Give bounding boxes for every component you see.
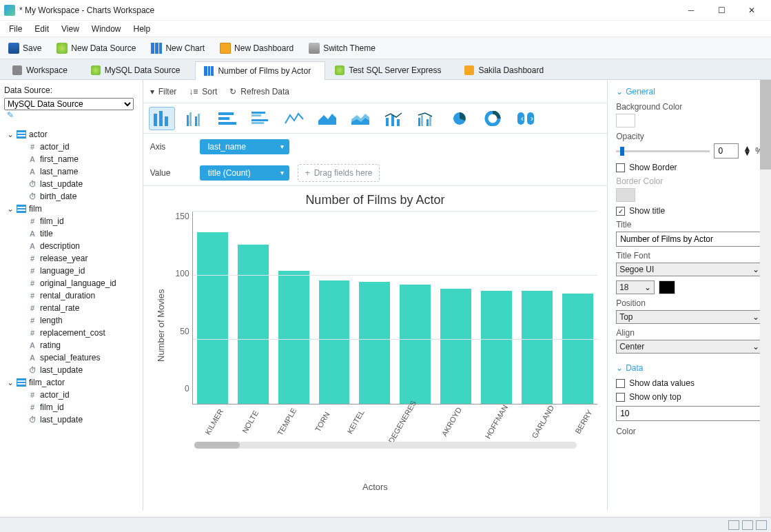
new-data-source-button[interactable]: New Data Source xyxy=(51,41,141,56)
bar[interactable] xyxy=(359,282,390,404)
show-title-checkbox[interactable]: ✓Show title xyxy=(616,206,763,216)
chart-type-bar[interactable] xyxy=(149,107,175,130)
value-field-pill[interactable]: title (Count) xyxy=(200,165,289,181)
data-source-select[interactable]: MySQL Data Source xyxy=(4,98,134,110)
tab-sakila-dashboard[interactable]: Sakila Dashboard xyxy=(456,61,557,79)
minimize-button[interactable]: ─ xyxy=(676,1,706,20)
bar[interactable] xyxy=(278,271,309,404)
bgcolor-swatch[interactable] xyxy=(616,114,635,127)
tree-column[interactable]: #language_id xyxy=(4,265,138,277)
chart-type-hbar-grouped[interactable] xyxy=(248,107,274,130)
layout-icon-3[interactable] xyxy=(756,520,767,530)
tree-column[interactable]: #release_year xyxy=(4,252,138,265)
tree-table-film[interactable]: ⌄film xyxy=(4,203,138,215)
align-select[interactable]: Center⌄ xyxy=(616,340,763,354)
opacity-stepper[interactable]: ▲▼ xyxy=(743,146,751,156)
tree-column[interactable]: #replacement_cost xyxy=(4,327,138,339)
chart-type-hbar[interactable] xyxy=(215,107,241,130)
edit-data-source-icon[interactable]: ✎ xyxy=(7,110,18,121)
tree-column[interactable]: #film_id xyxy=(4,401,138,413)
title-color-swatch[interactable] xyxy=(659,280,675,294)
menu-window[interactable]: Window xyxy=(85,22,127,36)
tree-column[interactable]: ⏱last_update xyxy=(4,413,138,426)
svg-rect-23 xyxy=(429,116,431,126)
properties-panel: ⌄General Background Color Opacity ▲▼ % S… xyxy=(608,80,771,511)
tree-column[interactable]: #actor_id xyxy=(4,389,138,401)
opacity-input[interactable] xyxy=(714,143,739,158)
bar[interactable] xyxy=(440,289,471,404)
switch-theme-button[interactable]: Switch Theme xyxy=(303,41,381,56)
chart-type-combo[interactable] xyxy=(380,107,407,130)
tree-column[interactable]: #rental_duration xyxy=(4,289,138,302)
title-font-select[interactable]: Segoe UI⌄ xyxy=(616,263,763,276)
tree-column[interactable]: Atitle xyxy=(4,227,138,240)
title-size-select[interactable]: 18⌄ xyxy=(616,280,655,294)
sort-button[interactable]: ↓≡Sort xyxy=(189,87,217,96)
x-label: DEGENERES xyxy=(387,399,418,444)
chart-type-donut[interactable] xyxy=(480,107,506,130)
menu-edit[interactable]: Edit xyxy=(28,22,55,36)
bar[interactable] xyxy=(522,291,553,404)
bar[interactable] xyxy=(400,285,431,404)
chart-type-gauge[interactable]: ‹› xyxy=(513,107,539,130)
bar[interactable] xyxy=(562,294,593,404)
menu-help[interactable]: Help xyxy=(127,22,157,36)
chart-type-area-stacked[interactable] xyxy=(347,107,373,130)
tree-column[interactable]: Alast_name xyxy=(4,165,138,178)
bar[interactable] xyxy=(319,280,350,404)
layout-icon-2[interactable] xyxy=(742,520,753,530)
table-icon xyxy=(17,130,26,139)
opacity-slider[interactable]: ▲▼ % xyxy=(616,143,763,158)
chart-horiz-scrollbar[interactable] xyxy=(194,442,577,449)
show-border-checkbox[interactable]: Show Border xyxy=(616,163,763,172)
axis-field-pill[interactable]: last_name xyxy=(200,139,289,154)
tab-mysql-data-source[interactable]: MySQL Data Source xyxy=(83,61,194,79)
main-vertical-scrollbar[interactable] xyxy=(760,80,771,517)
chart-type-area[interactable] xyxy=(314,107,340,130)
show-only-top-checkbox[interactable]: Show only top xyxy=(616,392,763,402)
tree-column[interactable]: #original_language_id xyxy=(4,277,138,289)
tree-column[interactable]: #rental_rate xyxy=(4,302,138,314)
tree-column[interactable]: #length xyxy=(4,314,138,327)
show-data-values-checkbox[interactable]: Show data values xyxy=(616,378,763,388)
refresh-button[interactable]: ↻Refresh Data xyxy=(229,87,289,96)
tree-column[interactable]: ⏱birth_date xyxy=(4,190,138,203)
tree-column[interactable]: #film_id xyxy=(4,215,138,227)
bar[interactable] xyxy=(197,232,228,404)
tab-workspace[interactable]: Workspace xyxy=(4,61,81,79)
tab-number-of-films[interactable]: Number of Films by Actor xyxy=(195,61,325,80)
position-select[interactable]: Top⌄ xyxy=(616,310,763,324)
tab-test-sql-server[interactable]: Test SQL Server Express xyxy=(327,61,455,79)
tree-column[interactable]: ⏱last_update xyxy=(4,178,138,190)
top-n-input[interactable] xyxy=(616,406,763,421)
window-title: * My Workspace - Charts Workspace xyxy=(19,6,676,15)
menu-view[interactable]: View xyxy=(55,22,85,36)
maximize-button[interactable]: ☐ xyxy=(706,1,737,20)
menu-file[interactable]: File xyxy=(3,22,28,36)
chart-type-column-grouped[interactable] xyxy=(182,107,208,130)
section-general[interactable]: ⌄General xyxy=(616,87,763,96)
tree-column[interactable]: ⏱last_update xyxy=(4,364,138,376)
tree-column[interactable]: #actor_id xyxy=(4,141,138,153)
title-input[interactable] xyxy=(616,232,763,247)
tree-column[interactable]: Afirst_name xyxy=(4,153,138,165)
tree-column[interactable]: Aspecial_features xyxy=(4,351,138,364)
new-chart-button[interactable]: New Chart xyxy=(145,41,210,56)
chart-type-line[interactable] xyxy=(281,107,307,130)
tree-table-actor[interactable]: ⌄actor xyxy=(4,128,138,141)
tree-column[interactable]: Arating xyxy=(4,339,138,351)
bar[interactable] xyxy=(481,291,512,404)
chart-type-combo-grouped[interactable] xyxy=(413,107,440,130)
filter-button[interactable]: ▾Filter xyxy=(150,87,177,96)
bar[interactable] xyxy=(238,245,269,404)
drag-fields-dropzone[interactable]: +Drag fields here xyxy=(298,164,380,182)
save-button[interactable]: Save xyxy=(3,41,47,56)
tree-column[interactable]: Adescription xyxy=(4,240,138,252)
layout-icon-1[interactable] xyxy=(728,520,739,530)
chart-type-pie[interactable] xyxy=(446,107,473,130)
tree-table-film_actor[interactable]: ⌄film_actor xyxy=(4,376,138,389)
close-button[interactable]: ✕ xyxy=(737,1,767,20)
section-data[interactable]: ⌄Data xyxy=(616,363,763,373)
new-dashboard-button[interactable]: New Dashboard xyxy=(214,41,299,56)
table-icon xyxy=(17,378,26,387)
